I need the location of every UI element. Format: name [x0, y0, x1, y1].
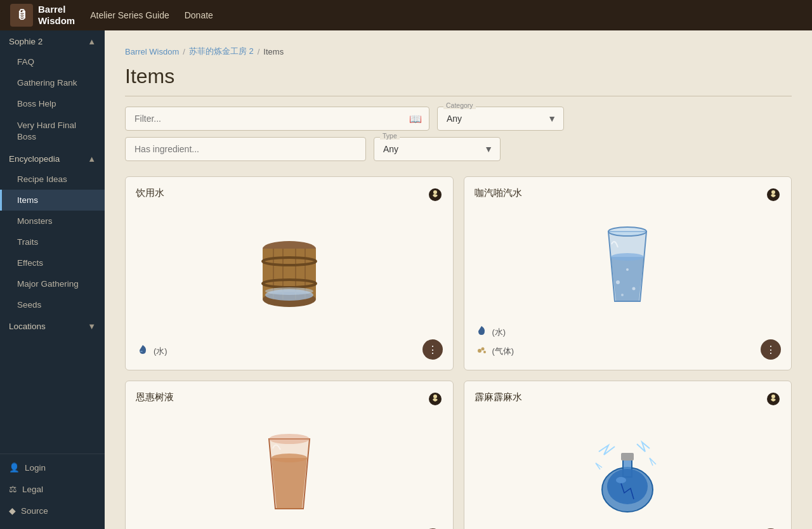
breadcrumb: Barrel Wisdom / 苏菲的炼金工房 2 / Items: [125, 46, 792, 57]
sidebar-item-items[interactable]: Items: [0, 190, 105, 211]
sidebar-game-title: Sophie 2: [9, 37, 43, 46]
breadcrumb-sep-1: /: [183, 47, 185, 56]
category-label-1-1: (气体): [492, 346, 514, 357]
sidebar-item-source[interactable]: ◆ Source: [0, 500, 105, 521]
atelier-guide-link[interactable]: Atelier Series Guide: [90, 10, 169, 20]
item-image-2: [136, 412, 443, 523]
logo-icon: 🛢: [10, 4, 33, 27]
book-icon: 📖: [409, 113, 422, 125]
sidebar-item-monsters[interactable]: Monsters: [0, 211, 105, 232]
svg-point-12: [265, 287, 313, 295]
item-image-0: [136, 207, 443, 334]
item-badge-icon-0: [428, 188, 442, 202]
type-select[interactable]: Any Synthesis Gathering Shop: [374, 137, 501, 161]
source-icon: ◆: [9, 506, 16, 516]
svg-point-25: [483, 351, 486, 353]
svg-point-22: [621, 294, 624, 296]
svg-point-27: [433, 395, 437, 398]
item-badge-0: [428, 187, 443, 202]
svg-point-23: [478, 349, 481, 353]
sidebar-encyclopedia-header[interactable]: Encyclopedia ▲: [0, 148, 105, 169]
svg-point-13: [140, 351, 143, 352]
main-content: Barrel Wisdom / 苏菲的炼金工房 2 / Items Items …: [105, 30, 812, 529]
svg-point-29: [272, 454, 307, 462]
logo-text: BarrelWisdom: [38, 4, 75, 27]
category-label-0-0: (水): [154, 346, 167, 357]
item-card-header-2: 恩惠树液: [136, 391, 443, 407]
category-label-1-0: (水): [492, 327, 506, 338]
sidebar-divider: [0, 454, 105, 454]
item-category-0-0: (水): [136, 343, 167, 360]
sidebar-item-recipe-ideas[interactable]: Recipe Ideas: [0, 169, 105, 190]
item-name-0: 饮用水: [136, 187, 164, 199]
sidebar-locations-label: Locations: [9, 322, 46, 331]
type-label: Type: [380, 132, 400, 140]
sidebar-item-faq[interactable]: FAQ: [0, 51, 105, 72]
item-card-0: 饮用水: [125, 176, 454, 370]
category-select-wrap: Category Any Water Gas Plant Ore Bomb Me…: [437, 107, 564, 131]
item-categories-0: (水): [136, 343, 167, 360]
category-select[interactable]: Any Water Gas Plant Ore Bomb Medicine: [437, 107, 564, 131]
category-label: Category: [443, 101, 476, 109]
item-card-3: 霹麻霹麻水: [464, 381, 792, 529]
svg-point-32: [771, 395, 775, 398]
svg-point-20: [626, 268, 629, 271]
sidebar-game-header[interactable]: Sophie 2 ▲: [0, 30, 105, 51]
item-illustration-3: [586, 420, 669, 515]
item-name-3: 霹麻霹麻水: [475, 391, 522, 403]
svg-point-28: [269, 434, 310, 444]
item-card-header-1: 咖汽啪汽水: [475, 187, 782, 202]
more-button-0[interactable]: ⋮: [422, 339, 443, 360]
filters-row-2: Type Any Synthesis Gathering Shop ▼: [125, 137, 792, 161]
item-illustration-2: [245, 417, 334, 518]
item-badge-icon-1: [766, 188, 780, 202]
sidebar-encyclopedia-chevron: ▲: [88, 154, 96, 164]
donate-link[interactable]: Donate: [185, 10, 213, 20]
item-illustration-0: [245, 220, 334, 322]
sidebar-item-major-gathering[interactable]: Major Gathering: [0, 273, 105, 294]
svg-point-1: [433, 190, 437, 194]
sidebar-item-boss-help[interactable]: Boss Help: [0, 93, 105, 114]
sidebar-item-legal[interactable]: ⚖ Legal: [0, 478, 105, 500]
sidebar-item-effects[interactable]: Effects: [0, 252, 105, 273]
page-title: Items: [125, 65, 792, 96]
svg-point-38: [607, 469, 648, 504]
more-button-1[interactable]: ⋮: [761, 339, 781, 360]
filter-input-wrap: 📖: [125, 107, 429, 131]
breadcrumb-game[interactable]: 苏菲的炼金工房 2: [189, 46, 254, 57]
sidebar-item-login[interactable]: 👤 Login: [0, 457, 105, 478]
item-illustration-1: [583, 212, 672, 314]
item-badge-1: [766, 187, 781, 202]
item-image-1: [475, 207, 782, 319]
item-footer-0: (水) ⋮: [136, 339, 443, 360]
logo[interactable]: 🛢 BarrelWisdom: [10, 4, 75, 27]
water-icon-0: [136, 343, 150, 360]
item-name-2: 恩惠树液: [136, 391, 174, 403]
sidebar-encyclopedia-label: Encyclopedia: [9, 154, 60, 164]
ingredient-input[interactable]: [125, 137, 366, 161]
breadcrumb-barrel-wisdom[interactable]: Barrel Wisdom: [125, 47, 179, 56]
sidebar-item-traits[interactable]: Traits: [0, 232, 105, 252]
svg-rect-37: [621, 453, 634, 460]
sidebar-item-seeds[interactable]: Seeds: [0, 294, 105, 315]
top-nav: 🛢 BarrelWisdom Atelier Series Guide Dona…: [0, 0, 812, 30]
sidebar-game-chevron: ▲: [88, 37, 96, 46]
filter-input[interactable]: [125, 107, 429, 131]
item-category-1-0: (水): [475, 324, 514, 341]
svg-point-21: [632, 287, 636, 291]
item-badge-3: [766, 391, 781, 407]
sidebar-item-gathering-rank[interactable]: Gathering Rank: [0, 72, 105, 93]
sidebar: Sophie 2 ▲ FAQ Gathering Rank Boss Help …: [0, 30, 105, 529]
type-select-wrap: Type Any Synthesis Gathering Shop ▼: [374, 137, 501, 161]
item-categories-1: (水) (气体): [475, 324, 514, 360]
sidebar-locations-chevron: ▼: [88, 322, 96, 331]
sidebar-item-very-hard-boss[interactable]: Very Hard Final Boss: [0, 114, 105, 148]
item-badge-icon-3: [766, 392, 780, 406]
login-icon: 👤: [9, 462, 20, 473]
svg-point-15: [771, 190, 775, 194]
item-image-3: [475, 412, 782, 523]
item-card-2: 恩惠树液: [125, 381, 454, 529]
sidebar-locations-header[interactable]: Locations ▼: [0, 315, 105, 336]
item-category-1-1: (气体): [475, 343, 514, 360]
breadcrumb-sep-2: /: [258, 47, 260, 56]
